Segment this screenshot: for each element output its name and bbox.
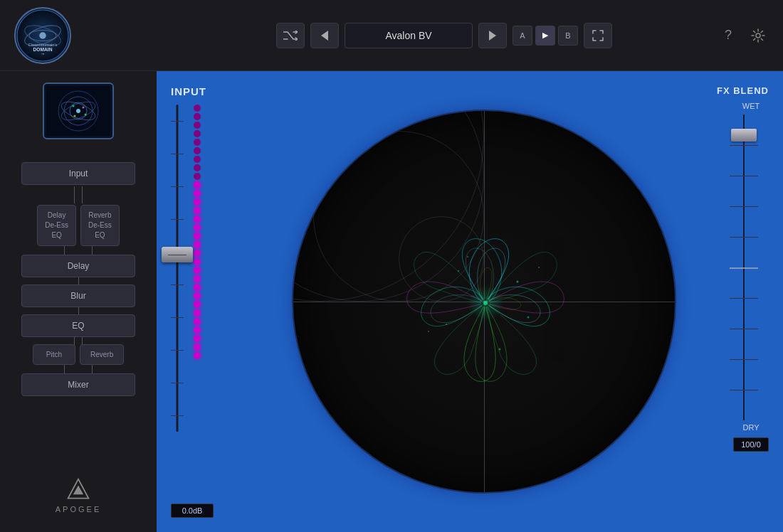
- eq-module-button[interactable]: EQ: [21, 314, 135, 337]
- apogee-icon-svg: [65, 477, 91, 502]
- meter-dot-6: [194, 156, 201, 163]
- prev-preset-button[interactable]: [310, 23, 339, 48]
- ab-b-button[interactable]: B: [558, 26, 578, 46]
- logo-area: Clearmountain's DOMAIN ™: [14, 7, 171, 64]
- pitch-module-button[interactable]: Pitch: [33, 344, 75, 365]
- chain-line-11: [64, 365, 65, 373]
- meter-dot-8: [194, 173, 201, 180]
- chain-line-4: [82, 195, 83, 203]
- chain-line-1: [74, 186, 75, 195]
- meter-dot-3: [194, 130, 201, 137]
- top-bar: Clearmountain's DOMAIN ™ Avalon BV: [0, 0, 783, 71]
- chain-line-6: [92, 246, 93, 255]
- blend-center-mark: [730, 267, 758, 269]
- meter-dot-7: [194, 164, 201, 171]
- meter-dot-28: [194, 344, 201, 351]
- meter-dot-26: [194, 326, 201, 334]
- delay-deess-eq-button[interactable]: DelayDe-EssEQ: [37, 205, 76, 246]
- svg-marker-8: [321, 31, 328, 41]
- blur-module-button[interactable]: Blur: [21, 284, 135, 307]
- preset-name-text: Avalon BV: [385, 30, 431, 41]
- fx-blend-bottom: 100/0: [733, 435, 769, 452]
- meter-dot-21: [194, 284, 201, 291]
- svg-point-31: [499, 349, 501, 351]
- ab-controls: A ▶ B: [513, 26, 578, 46]
- meter-dot-5: [194, 147, 201, 154]
- svg-point-21: [85, 114, 87, 116]
- meter-dot-11: [194, 198, 201, 206]
- fx-blend-section: FX BLEND WET DRY: [712, 85, 769, 518]
- meter-dot-13: [194, 216, 201, 223]
- reverb-module-button[interactable]: Reverb: [80, 344, 124, 365]
- meter-dot-18: [194, 258, 201, 265]
- meter-dot-1: [194, 113, 201, 120]
- svg-point-28: [458, 270, 459, 272]
- meter-strip: [191, 105, 204, 432]
- meter-dot-10: [194, 190, 201, 197]
- svg-point-34: [428, 331, 429, 332]
- dry-label: DRY: [733, 423, 769, 432]
- visualizer-display: [46, 86, 110, 136]
- main-inner: INPUT: [171, 85, 769, 518]
- svg-marker-9: [489, 31, 496, 41]
- meter-dot-29: [194, 352, 201, 359]
- input-module-button[interactable]: Input: [21, 162, 135, 185]
- chain-line-3: [82, 186, 83, 195]
- svg-point-10: [756, 33, 760, 38]
- next-preset-button[interactable]: [478, 23, 507, 48]
- svg-point-17: [76, 109, 80, 113]
- chain-line-7: [78, 277, 79, 284]
- visualizer-box[interactable]: [43, 83, 114, 139]
- mixer-module-label: Mixer: [68, 380, 88, 390]
- meter-dot-16: [194, 241, 201, 248]
- meter-dot-12: [194, 207, 201, 214]
- gear-icon: [751, 28, 765, 43]
- meter-dot-19: [194, 267, 201, 274]
- input-fader-thumb[interactable]: [162, 247, 193, 262]
- ab-a-button[interactable]: A: [513, 26, 532, 46]
- preset-name-display: Avalon BV: [345, 23, 473, 48]
- radar-container: [256, 85, 712, 518]
- mixer-module-button[interactable]: Mixer: [21, 373, 135, 396]
- meter-dot-24: [194, 309, 201, 316]
- reverb-deess-label: ReverbDe-EssEQ: [88, 211, 112, 239]
- input-module-label: Input: [69, 169, 88, 179]
- svg-text:™: ™: [41, 52, 45, 55]
- meter-dot-27: [194, 335, 201, 342]
- blend-fader-thumb[interactable]: [731, 129, 757, 142]
- fx-blend-title: FX BLEND: [717, 85, 769, 96]
- shuffle-button[interactable]: [276, 23, 305, 48]
- help-button[interactable]: ?: [718, 25, 739, 46]
- meter-dot-9: [194, 181, 201, 188]
- meter-dot-15: [194, 233, 201, 240]
- radar-signal-svg: [293, 111, 676, 494]
- apogee-text: APOGEE: [56, 505, 101, 514]
- svg-point-27: [517, 281, 519, 283]
- svg-point-18: [73, 105, 75, 107]
- ab-play-button[interactable]: ▶: [535, 26, 555, 46]
- svg-point-4: [39, 32, 46, 39]
- chain-line-5: [64, 246, 65, 255]
- input-fader-track[interactable]: [171, 105, 184, 432]
- preset-controls: Avalon BV A ▶ B: [171, 23, 718, 48]
- left-panel: Input DelayDe-EssEQ ReverbDe-EssEQ: [0, 71, 157, 532]
- meter-dot-2: [194, 122, 201, 129]
- blur-module-label: Blur: [70, 291, 85, 301]
- settings-button[interactable]: [747, 25, 769, 46]
- logo-swirl-icon: Clearmountain's DOMAIN ™: [16, 9, 70, 63]
- svg-text:DOMAIN: DOMAIN: [33, 46, 53, 51]
- delay-module-button[interactable]: Delay: [21, 255, 135, 277]
- pitch-reverb-row: Pitch Reverb: [33, 344, 124, 365]
- next-icon: [489, 31, 496, 41]
- chain-line-8: [78, 307, 79, 314]
- reverb-deess-eq-button[interactable]: ReverbDe-EssEQ: [80, 205, 120, 246]
- meter-dot-17: [194, 250, 201, 257]
- svg-point-29: [527, 316, 530, 319]
- svg-point-33: [538, 267, 540, 268]
- input-section-label: INPUT: [171, 85, 206, 97]
- input-section: INPUT: [171, 85, 256, 518]
- meter-dot-20: [194, 275, 201, 282]
- blend-fader-track[interactable]: [730, 115, 758, 420]
- radar-display: [292, 110, 676, 494]
- fullscreen-button[interactable]: [584, 23, 612, 48]
